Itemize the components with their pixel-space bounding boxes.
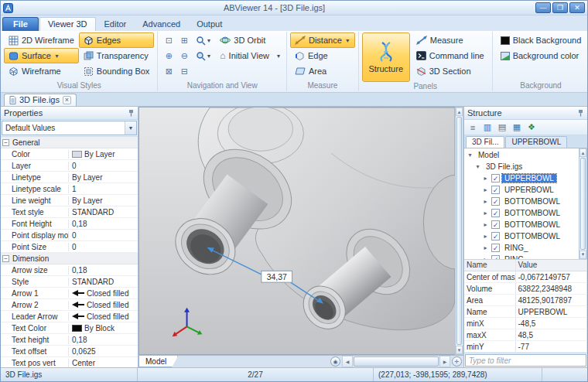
visibility-checkbox[interactable]: ✓ (491, 197, 500, 206)
structure-prop-row[interactable]: Volume 63822,2348948 (464, 283, 587, 295)
table-view-icon[interactable]: ▤ (496, 121, 508, 134)
zoom-dropdown-button[interactable]: ▼ (192, 32, 215, 48)
chevron-right-icon[interactable]: ▸ (482, 175, 489, 182)
property-value[interactable]: By Layer (69, 173, 138, 182)
visibility-checkbox[interactable]: ✓ (491, 232, 500, 240)
property-value[interactable]: 0,18 (69, 220, 138, 228)
3d-canvas[interactable]: 34,37 (138, 107, 455, 355)
3d-section-button[interactable]: 3D Section (412, 63, 489, 79)
property-row[interactable]: Linetype scale 1 (1, 183, 138, 195)
visibility-checkbox[interactable]: ✓ (491, 186, 500, 194)
minimize-button[interactable]: — (535, 2, 551, 13)
property-row[interactable]: Arrow size 0,18 (1, 264, 138, 276)
maximize-button[interactable]: ❐ (552, 2, 568, 13)
property-value[interactable]: 0,18 (69, 336, 138, 344)
chevron-down-icon[interactable]: ▾ (467, 152, 473, 159)
tree-scrollbar[interactable]: ▲ ▼ (579, 148, 587, 259)
close-button[interactable]: ✕ (569, 2, 585, 13)
list-view-icon[interactable]: ≡ (467, 121, 479, 134)
tree-item[interactable]: ▸ ✓ UPPERBOWL (464, 184, 579, 196)
pan-widget-button[interactable]: ✛ (452, 356, 462, 367)
property-value[interactable]: Center (69, 359, 138, 367)
property-row[interactable]: Layer 0 (1, 160, 138, 172)
tree-item[interactable]: ▸ ✓ RING_ (464, 242, 579, 254)
property-row[interactable]: Arrow 2 Closed filled (1, 299, 138, 311)
collapse-icon[interactable]: − (2, 139, 9, 146)
black-background-button[interactable]: Black Background (496, 32, 586, 48)
tab-close-icon[interactable]: × (63, 96, 71, 104)
area-button[interactable]: Area (290, 63, 331, 79)
property-value[interactable]: 0 (69, 243, 138, 251)
pin-icon[interactable] (128, 109, 135, 117)
scroll-up-icon[interactable]: ▲ (579, 148, 586, 157)
surface-button[interactable]: Surface ▼ (4, 48, 79, 63)
property-section-header[interactable]: − Dimension (1, 253, 138, 264)
scroll-up-icon[interactable]: ▲ (456, 107, 463, 116)
tree-item[interactable]: ▸ ✓ RING_ (464, 254, 579, 259)
tab-advanced[interactable]: Advanced (135, 18, 188, 31)
property-value[interactable]: By Block (69, 324, 138, 333)
property-value[interactable]: 0,0625 (69, 347, 138, 356)
property-row[interactable]: Color By Layer (1, 148, 138, 160)
edge-button[interactable]: Edge (290, 48, 333, 63)
structure-prop-row[interactable]: maxX 48,5 (464, 329, 587, 341)
structure-tab-file[interactable]: 3D Fil... (466, 136, 504, 148)
model-space-tab[interactable]: Model (138, 356, 178, 367)
scroll-left-icon[interactable]: ◀ (342, 356, 353, 367)
scroll-down-icon[interactable]: ▼ (456, 346, 463, 354)
chevron-down-icon[interactable]: ▾ (474, 163, 481, 170)
tree-item[interactable]: ▸ ✓ BOTTOMBOWL (464, 207, 579, 219)
preset-dropdown[interactable]: Default Values ▼ (2, 121, 137, 135)
command-line-button[interactable]: Command line (412, 48, 489, 63)
chevron-right-icon[interactable]: ▸ (482, 198, 489, 205)
property-row[interactable]: Point display mode 0 (1, 230, 138, 241)
property-value[interactable]: 1 (69, 185, 138, 193)
horizontal-scroll-thumb[interactable] (354, 356, 439, 367)
tree-node-model[interactable]: ▾ Model (464, 149, 579, 161)
view-dropdown-button[interactable]: ▼ (192, 48, 215, 63)
structure-prop-row[interactable]: minY -77 (464, 341, 587, 353)
export-structure-icon[interactable]: ▦ (511, 121, 523, 134)
viewport-vertical-scrollbar[interactable]: ▲ ▼ (455, 107, 463, 355)
distance-button[interactable]: Distance ▼ (290, 32, 355, 48)
layout-list-button[interactable]: ◉ (330, 356, 340, 367)
vertical-scroll-thumb[interactable] (456, 117, 462, 345)
chevron-right-icon[interactable]: ▸ (482, 244, 489, 251)
bounding-box-button[interactable]: Bounding Box (79, 63, 155, 79)
tree-item[interactable]: ▸ ✓ BOTTOMBOWL (464, 219, 579, 230)
visibility-checkbox[interactable]: ✓ (491, 244, 500, 252)
tree-node-file[interactable]: ▾ 3D File.igs (464, 161, 579, 172)
chevron-down-icon[interactable]: ▼ (125, 121, 136, 135)
property-row[interactable]: Text style STANDARD (1, 206, 138, 218)
property-row[interactable]: Linetype By Layer (1, 172, 138, 183)
edges-button[interactable]: Edges (79, 32, 155, 48)
structure-prop-row[interactable]: minX -48,5 (464, 318, 587, 329)
chevron-right-icon[interactable]: ▸ (482, 186, 489, 193)
tree-scroll-thumb[interactable] (580, 158, 586, 250)
property-value[interactable]: Closed filled (69, 312, 138, 321)
property-value[interactable]: By Layer (69, 196, 138, 205)
visibility-checkbox[interactable]: ✓ (491, 174, 500, 182)
structure-panel-button[interactable]: Structure (362, 32, 410, 82)
tree-item[interactable]: ▸ ✓ UPPERBOWL (464, 172, 579, 184)
chevron-right-icon[interactable]: ▸ (482, 221, 489, 228)
property-row[interactable]: Text offset 0,0625 (1, 346, 138, 357)
measure-panel-button[interactable]: Measure (412, 32, 489, 48)
document-tab[interactable]: 3D File.igs × (4, 94, 77, 106)
tab-output[interactable]: Output (189, 18, 230, 31)
previous-view-button[interactable]: ⊠ (161, 63, 176, 79)
collapse-icon[interactable]: − (2, 255, 9, 262)
property-value[interactable]: 0 (69, 231, 138, 240)
transparency-button[interactable]: Transparency (79, 48, 155, 63)
pan-button[interactable]: ⊡ (161, 32, 176, 48)
scroll-right-icon[interactable]: ▶ (439, 356, 450, 367)
tab-editor[interactable]: Editor (97, 18, 135, 31)
wireframe-button[interactable]: Wireframe (4, 63, 79, 79)
zoom-window-button[interactable]: ⊞ (176, 32, 192, 48)
pin-icon[interactable] (577, 109, 584, 117)
property-row[interactable]: Leader Arrow Closed filled (1, 311, 138, 322)
visibility-checkbox[interactable]: ✓ (491, 255, 500, 259)
file-menu-button[interactable]: File (2, 17, 39, 31)
tree-item[interactable]: ▸ ✓ BOTTOMBOWL (464, 230, 579, 242)
zoom-out-button[interactable]: ⊖ (176, 48, 192, 63)
